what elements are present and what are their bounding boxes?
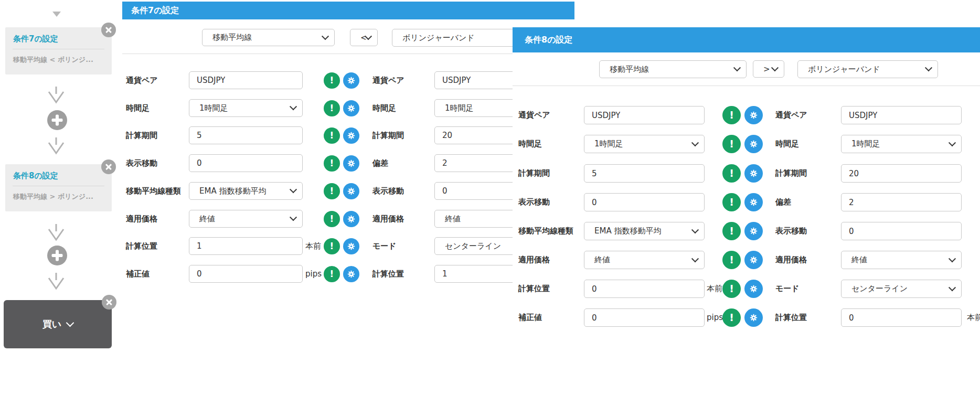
alert-icon-button[interactable]: ! bbox=[324, 211, 340, 227]
field-input[interactable]: 2 bbox=[841, 193, 962, 211]
buy-action-close-button[interactable] bbox=[102, 295, 116, 310]
settings-icon-button[interactable] bbox=[744, 280, 763, 298]
field-select[interactable]: 1時間足 bbox=[584, 135, 705, 153]
comparator-select-value: > bbox=[763, 65, 770, 74]
indicator-left-select[interactable]: 移動平均線 bbox=[599, 60, 747, 78]
alert-icon-button[interactable]: ! bbox=[324, 155, 340, 172]
settings-icon-button[interactable] bbox=[744, 135, 763, 153]
indicator-left-select[interactable]: 移動平均線 bbox=[202, 29, 335, 46]
field-value: 0 bbox=[592, 284, 597, 294]
add-condition-button[interactable] bbox=[47, 110, 67, 130]
alert-icon-button[interactable]: ! bbox=[722, 251, 741, 269]
field-input[interactable]: 1 bbox=[189, 237, 303, 255]
field-value: 1時間足 bbox=[445, 103, 474, 113]
settings-icon-button[interactable] bbox=[343, 127, 359, 144]
chevron-down-icon bbox=[365, 33, 372, 40]
field-value: 5 bbox=[592, 169, 597, 178]
field-input[interactable]: 0 bbox=[189, 265, 303, 283]
comparator-select[interactable]: > bbox=[753, 60, 784, 78]
gear-icon bbox=[750, 198, 758, 206]
field-input[interactable]: 0 bbox=[189, 154, 303, 172]
indicator-right-select-value: ボリンジャーバンド bbox=[402, 33, 475, 43]
alert-icon-button[interactable]: ! bbox=[324, 72, 340, 89]
field-value: USDJPY bbox=[442, 76, 471, 85]
indicator-right-select[interactable]: ボリンジャーバンド bbox=[392, 29, 531, 47]
field-input[interactable]: 0 bbox=[584, 280, 705, 298]
gear-icon bbox=[347, 77, 355, 84]
condition-8-close-button[interactable] bbox=[101, 159, 116, 174]
condition-8-card[interactable]: 条件8の設定 移動平均線 > ボリンジ... bbox=[5, 164, 112, 211]
settings-icon-button[interactable] bbox=[343, 100, 359, 116]
field-input[interactable]: 5 bbox=[189, 126, 303, 144]
settings-icon-button[interactable] bbox=[343, 72, 359, 89]
field-value: 0 bbox=[592, 198, 597, 207]
arrow-down-icon bbox=[47, 271, 66, 290]
alert-icon-button[interactable]: ! bbox=[324, 127, 340, 144]
settings-icon-button[interactable] bbox=[744, 222, 763, 240]
chevron-down-icon bbox=[691, 139, 699, 146]
indicator-right-select[interactable]: ボリンジャーバンド bbox=[797, 60, 938, 78]
field-value: センターライン bbox=[445, 241, 501, 251]
alert-icon-button[interactable]: ! bbox=[324, 183, 340, 199]
alert-icon-button[interactable]: ! bbox=[722, 106, 741, 124]
add-condition-button[interactable] bbox=[47, 246, 67, 265]
field-value: USDJPY bbox=[197, 76, 225, 85]
alert-icon-button[interactable]: ! bbox=[722, 280, 741, 298]
alert-icon-button[interactable]: ! bbox=[722, 193, 741, 211]
field-label: 計算位置 bbox=[126, 237, 157, 255]
field-input[interactable]: 5 bbox=[584, 164, 705, 183]
settings-icon-button[interactable] bbox=[744, 193, 763, 211]
gear-icon bbox=[750, 169, 758, 177]
alert-icon-button[interactable]: ! bbox=[722, 308, 741, 327]
field-select[interactable]: センターライン bbox=[841, 280, 962, 298]
field-select[interactable]: 終値 bbox=[584, 251, 705, 269]
field-label: 適用価格 bbox=[126, 210, 157, 228]
field-select[interactable]: 終値 bbox=[189, 210, 303, 228]
field-select[interactable]: 1時間足 bbox=[189, 99, 303, 117]
comparator-select[interactable]: < bbox=[350, 29, 378, 46]
settings-icon-button[interactable] bbox=[744, 106, 763, 124]
gear-icon bbox=[347, 270, 355, 278]
condition-7-close-button[interactable] bbox=[101, 23, 116, 37]
field-select[interactable]: EMA 指数移動平均 bbox=[189, 182, 303, 200]
settings-icon-button[interactable] bbox=[343, 155, 359, 172]
field-label: 適用価格 bbox=[372, 210, 404, 228]
buy-action-button[interactable]: 買い bbox=[4, 300, 112, 348]
settings-icon-button[interactable] bbox=[744, 251, 763, 269]
field-label: モード bbox=[372, 237, 397, 255]
field-value: 20 bbox=[442, 131, 452, 140]
settings-icon-button[interactable] bbox=[744, 308, 763, 327]
alert-icon-button[interactable]: ! bbox=[722, 222, 741, 240]
field-select[interactable]: 終値 bbox=[841, 251, 962, 269]
field-label: 移動平均線種類 bbox=[518, 222, 573, 240]
field-input[interactable]: USDJPY bbox=[584, 106, 705, 124]
chevron-down-icon bbox=[949, 139, 956, 146]
field-input[interactable]: 0 bbox=[841, 308, 962, 327]
field-input[interactable]: 20 bbox=[841, 164, 962, 183]
field-input[interactable]: USDJPY bbox=[841, 106, 962, 124]
alert-icon-button[interactable]: ! bbox=[324, 100, 340, 116]
alert-icon-button[interactable]: ! bbox=[324, 266, 340, 282]
gear-icon bbox=[347, 132, 355, 140]
settings-icon-button[interactable] bbox=[343, 211, 359, 227]
field-unit-label: pips bbox=[707, 308, 723, 327]
field-input[interactable]: USDJPY bbox=[189, 71, 303, 89]
condition-7-card-title: 条件7の設定 bbox=[5, 27, 112, 49]
field-input[interactable]: 0 bbox=[584, 193, 705, 211]
settings-icon-button[interactable] bbox=[343, 266, 359, 282]
arrow-down-icon bbox=[47, 136, 66, 155]
alert-icon-button[interactable]: ! bbox=[722, 135, 741, 153]
field-value: 1 bbox=[442, 269, 448, 279]
alert-icon-button[interactable]: ! bbox=[722, 164, 741, 183]
field-select[interactable]: EMA 指数移動平均 bbox=[584, 222, 705, 240]
field-value: 20 bbox=[849, 169, 859, 178]
alert-icon-button[interactable]: ! bbox=[324, 238, 340, 254]
settings-icon-button[interactable] bbox=[343, 238, 359, 254]
field-input[interactable]: 0 bbox=[584, 308, 705, 327]
field-input[interactable]: 0 bbox=[841, 222, 962, 240]
condition-7-card[interactable]: 条件7の設定 移動平均線 < ボリンジ... bbox=[5, 27, 112, 74]
settings-icon-button[interactable] bbox=[343, 183, 359, 199]
field-select[interactable]: 1時間足 bbox=[841, 135, 962, 153]
settings-icon-button[interactable] bbox=[744, 164, 763, 183]
field-unit-label: 本前 bbox=[305, 237, 321, 255]
